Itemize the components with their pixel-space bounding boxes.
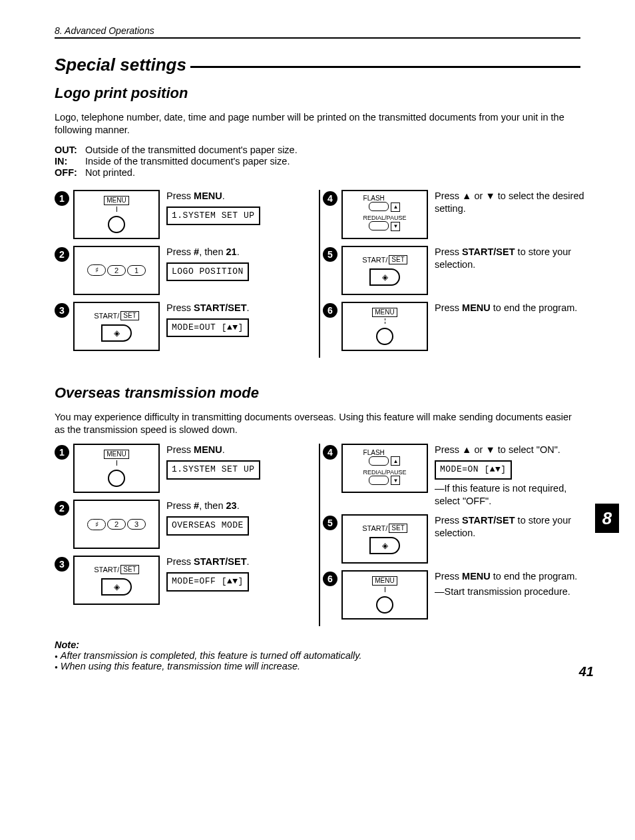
instruction: Press #, then 21. LOGO POSITION (166, 246, 319, 295)
lcd-display: LOGO POSITION (166, 262, 249, 282)
instruction: Press MENU to end the program. —Start tr… (435, 570, 587, 620)
instruction: Press MENU. 1.SYSTEM SET UP (166, 444, 319, 493)
step-number-icon: 2 (55, 247, 69, 262)
panel-menu: MENU (73, 190, 160, 239)
instruction: Press MENU to end the program. (435, 302, 587, 351)
instruction: Press ▲ or ▼ to select the desired setti… (435, 190, 587, 239)
start-button-icon: ◈ (369, 537, 400, 554)
sub-note: —If this feature is not required, select… (435, 482, 587, 508)
section1-steps: 1 MENU Press MENU. 1.SYSTEM SET UP 2 ♯ (55, 190, 587, 358)
lcd-display: MODE=OUT [▲▼] (166, 318, 249, 338)
title-rule (190, 66, 580, 68)
instruction: Press START/SET to store your selection. (435, 246, 587, 295)
note-title: Note: (55, 639, 580, 650)
page-title: Special settings (55, 55, 580, 75)
step: 2 ♯ 2 1 Press #, then 21. LOGO POSITION (55, 246, 319, 295)
section1-intro: Logo, telephone number, date, time and p… (55, 111, 580, 137)
column-divider (319, 444, 320, 626)
down-arrow-icon: ▼ (391, 222, 400, 231)
def-key: OFF: (55, 167, 85, 178)
step-number-icon: 2 (55, 501, 69, 516)
instruction: Press START/SET to store your selection. (435, 514, 587, 564)
step-number-icon: 6 (323, 303, 337, 318)
key-2-icon: 2 (107, 265, 126, 276)
step: 5 START/SET ◈ Press START/SET to store y… (323, 514, 587, 564)
instruction: Press START/SET. MODE=OUT [▲▼] (166, 302, 319, 351)
dial-icon (108, 470, 125, 487)
step-number-icon: 1 (55, 445, 69, 460)
step-number-icon: 4 (323, 445, 337, 460)
menu-label: MENU (372, 308, 397, 317)
step-number-icon: 3 (55, 303, 69, 318)
step: 2 ♯ 2 3 Press #, then 23. OVERSEAS MODE (55, 500, 319, 549)
panel-startset: START/SET ◈ (341, 514, 428, 564)
dial-icon (376, 596, 393, 614)
step: 3 START/SET ◈ Press START/SET. MODE=OFF … (55, 556, 319, 605)
note-bullet: After transmission is completed, this fe… (55, 650, 580, 661)
step: 6 MENU Press MENU to end the program. (323, 302, 587, 351)
panel-menu: MENU (341, 302, 428, 351)
step: 4 FLASH ▲ REDIAL/PAUSE ▼ Press ▲ or ▼ to… (323, 444, 587, 507)
instruction: Press #, then 23. OVERSEAS MODE (166, 500, 319, 549)
instruction: Press MENU. 1.SYSTEM SET UP (166, 190, 319, 239)
definitions: OUT:Outside of the transmitted document'… (55, 145, 594, 178)
lcd-display: 1.SYSTEM SET UP (166, 207, 260, 226)
key-2-icon: 2 (107, 519, 126, 530)
section1-heading: Logo print position (55, 85, 594, 102)
panel-keys: ♯ 2 1 (73, 246, 160, 295)
dial-icon (108, 216, 125, 233)
down-arrow-icon: ▼ (391, 476, 400, 485)
chapter-tab: 8 (595, 504, 619, 533)
instruction: Press ▲ or ▼ to select "ON". MODE=ON [▲▼… (435, 444, 587, 507)
up-arrow-icon: ▲ (391, 456, 400, 466)
start-button-icon: ◈ (101, 578, 132, 596)
step: 4 FLASH ▲ REDIAL/PAUSE ▼ Press ▲ or ▼ to… (323, 190, 587, 239)
key-3-icon: 3 (127, 519, 146, 530)
panel-startset: START/SET ◈ (73, 302, 160, 351)
hash-key-icon: ♯ (87, 264, 106, 276)
start-button-icon: ◈ (101, 324, 132, 342)
step-number-icon: 4 (323, 191, 337, 206)
step: 5 START/SET ◈ Press START/SET to store y… (323, 246, 587, 295)
def-key: IN: (55, 156, 85, 167)
step: 3 START/SET ◈ Press START/SET. MODE=OUT … (55, 302, 319, 351)
lcd-display: MODE=ON [▲▼] (435, 460, 512, 480)
step-number-icon: 6 (323, 572, 337, 586)
lcd-display: 1.SYSTEM SET UP (166, 460, 260, 480)
hash-key-icon: ♯ (87, 519, 106, 530)
step: 1 MENU Press MENU. 1.SYSTEM SET UP (55, 444, 319, 493)
page-number: 41 (579, 664, 594, 679)
column-divider (319, 190, 320, 358)
panel-flash: FLASH ▲ REDIAL/PAUSE ▼ (341, 190, 428, 239)
panel-menu: MENU (341, 570, 428, 620)
step-number-icon: 5 (323, 516, 337, 530)
step-number-icon: 3 (55, 557, 69, 572)
note-section: Note: After transmission is completed, t… (55, 639, 580, 671)
instruction: Press START/SET. MODE=OFF [▲▼] (166, 556, 319, 605)
step: 1 MENU Press MENU. 1.SYSTEM SET UP (55, 190, 319, 239)
lcd-display: OVERSEAS MODE (166, 516, 249, 536)
chapter-header: 8. Advanced Operations (55, 25, 580, 39)
panel-flash: FLASH ▲ REDIAL/PAUSE ▼ (341, 444, 428, 493)
section2-heading: Overseas transmission mode (55, 384, 594, 402)
panel-menu: MENU (73, 444, 160, 493)
def-val: Not printed. (85, 167, 135, 178)
step-number-icon: 5 (323, 247, 337, 262)
sub-note: —Start transmission procedure. (435, 586, 587, 598)
note-bullet: When using this feature, transmission ti… (55, 661, 580, 671)
section2-steps: 1 MENU Press MENU. 1.SYSTEM SET UP 2 ♯ (55, 444, 587, 626)
def-val: Outside of the transmitted document's pa… (85, 145, 298, 155)
panel-startset: START/SET ◈ (73, 556, 160, 605)
title-text: Special settings (55, 55, 186, 75)
up-arrow-icon: ▲ (391, 203, 400, 212)
def-key: OUT: (55, 145, 85, 155)
menu-label: MENU (104, 196, 128, 205)
step: 6 MENU Press MENU to end the program. —S… (323, 570, 587, 620)
panel-keys: ♯ 2 3 (73, 500, 160, 549)
dial-icon (376, 328, 393, 345)
start-button-icon: ◈ (369, 268, 400, 286)
def-val: Inside of the transmitted document's pap… (85, 156, 290, 167)
key-1-icon: 1 (127, 265, 146, 276)
step-number-icon: 1 (55, 191, 69, 206)
lcd-display: MODE=OFF [▲▼] (166, 572, 249, 592)
